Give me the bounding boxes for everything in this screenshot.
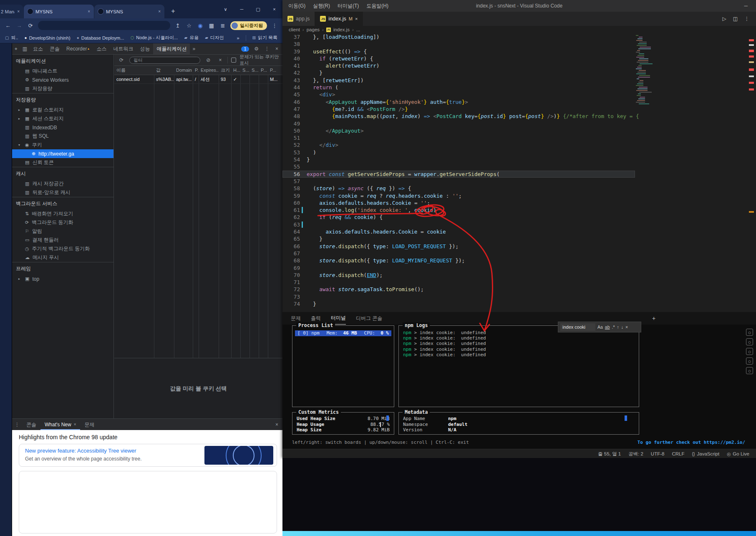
editor-tab[interactable]: JSindex.jsM× — [315, 12, 363, 26]
sidebar-item[interactable]: ▤신뢰 토큰 — [12, 158, 113, 167]
code-line[interactable]: 61 console.log('index cookie: ', cookie) — [282, 206, 635, 214]
column-header[interactable]: P... — [259, 66, 268, 75]
status-item[interactable]: 줄 55, 열 1 — [598, 451, 621, 457]
regex-icon[interactable]: .* — [612, 325, 615, 330]
code-line[interactable]: 47 {me?.id && <PostForm />} — [282, 106, 635, 113]
breadcrumb-item[interactable]: index.js — [333, 27, 350, 32]
terminal-instance-icon[interactable]: ○ — [746, 329, 753, 336]
close-icon[interactable]: × — [266, 0, 282, 18]
tab-close-icon[interactable]: × — [88, 9, 90, 14]
column-header[interactable]: 값 — [154, 66, 174, 75]
breadcrumb-item[interactable]: pages — [307, 27, 320, 32]
code-line[interactable]: 73 — [282, 293, 635, 300]
sidebar-list-icon[interactable]: ≣ — [219, 23, 227, 29]
sidebar-item[interactable]: ⊕http://tweeter.ga — [12, 149, 113, 158]
inspect-element-icon[interactable]: ⌖ — [12, 46, 20, 52]
devtools-tab-네트워크[interactable]: 네트워크 — [110, 43, 136, 54]
bookmark-item[interactable]: ●DevelopShin (shinh) — [25, 35, 71, 40]
breadcrumb-item[interactable]: ... — [356, 27, 360, 32]
breadcrumb-item[interactable]: client — [289, 27, 300, 32]
column-header[interactable]: P... — [193, 66, 199, 75]
match-case-icon[interactable]: Aa — [597, 325, 603, 330]
tab-close-icon[interactable]: × — [74, 419, 76, 430]
more-tabs-icon[interactable]: » — [190, 46, 198, 52]
code-line[interactable]: 62 if (req && cookie) { — [282, 214, 635, 221]
sidebar-item[interactable]: ▭결제 핸들러 — [12, 236, 113, 244]
whole-word-icon[interactable]: ab — [605, 325, 610, 330]
code-line[interactable]: 67 — [282, 250, 635, 257]
code-line[interactable]: 37 }, [loadPostLoading]) — [282, 33, 635, 40]
minimap[interactable] — [635, 35, 651, 135]
status-item[interactable]: UTF-8 — [651, 451, 665, 456]
sidebar-item[interactable]: ▥뒤로-앞으로 캐시 — [12, 188, 113, 197]
editor-tab[interactable]: JSapp.js — [282, 12, 315, 26]
bookmark-item[interactable]: ⬡Node.js - 시퀄라이... — [130, 35, 178, 41]
terminal-instance-icon[interactable]: ○ — [746, 338, 753, 345]
code-line[interactable]: 60 axios.defaults.headers.Cookie = ''; — [282, 199, 635, 206]
status-item[interactable]: CRLF — [672, 451, 684, 456]
code-line[interactable]: 46 <AppLayout appName={'shinHyeok'} auth… — [282, 98, 635, 106]
menu-item[interactable]: 터미널(T) — [334, 0, 363, 12]
drawer-kebab-icon[interactable]: ⋮ — [12, 422, 22, 428]
drawer-tab[interactable]: 문제 — [80, 419, 98, 430]
split-editor-icon[interactable]: ◫ — [733, 16, 738, 22]
next-match-icon[interactable]: ↓ — [621, 325, 623, 330]
share-icon[interactable]: ↥ — [174, 23, 181, 29]
delete-selected-icon[interactable]: × — [216, 57, 224, 63]
maximize-icon[interactable]: ▢ — [250, 0, 266, 18]
process-row[interactable]: [ 0] npm Mem: 46 MB CPU: 0 % — [295, 330, 391, 336]
code-line[interactable]: 66 store.dispatch({ type: LOAD_POST_REQU… — [282, 243, 635, 250]
code-line[interactable]: 54} — [282, 156, 635, 163]
menu-item[interactable]: 도움말(H) — [363, 0, 392, 12]
device-toolbar-icon[interactable]: ▥ — [20, 46, 30, 52]
minimize-icon[interactable]: ─ — [744, 3, 748, 9]
code-line[interactable]: 63 — [282, 221, 635, 228]
new-tab-icon[interactable]: + — [168, 6, 179, 17]
code-line[interactable]: 57 — [282, 178, 635, 185]
column-header[interactable]: S... — [249, 66, 259, 75]
profile-chip[interactable]: 일시중지됨 — [230, 21, 267, 30]
code-line[interactable]: 40 if (retweetErr) { — [282, 55, 635, 62]
sidebar-item[interactable]: ▥저장용량 — [12, 84, 113, 93]
issues-badge[interactable]: 1 — [241, 46, 249, 52]
issues-only-checkbox[interactable] — [231, 58, 236, 63]
devtools-tab-콘솔[interactable]: 콘솔 — [46, 43, 63, 54]
clear-all-cookies-icon[interactable]: ⊘ — [204, 57, 213, 63]
terminal-instance-icon[interactable]: ○ — [746, 367, 753, 374]
tab-close-icon[interactable]: × — [17, 9, 20, 14]
menu-item[interactable]: 실행(R) — [309, 0, 334, 12]
column-header[interactable]: P... — [268, 66, 282, 75]
column-header[interactable]: H... — [231, 66, 240, 75]
code-line[interactable]: 53 ) — [282, 149, 635, 156]
browser-tab[interactable]: 2 Mana× — [0, 5, 23, 18]
code-line[interactable]: 72 await store.sagaTask.toPromise(); — [282, 286, 635, 293]
devtools-tab-성능[interactable]: 성능 — [136, 43, 153, 54]
run-file-icon[interactable]: ▷ — [722, 16, 726, 22]
tab-close-icon[interactable]: × — [158, 9, 161, 14]
prev-match-icon[interactable]: ↑ — [617, 325, 619, 330]
terminal-instance-icon[interactable]: ○ — [746, 348, 753, 355]
code-line[interactable]: 50 </AppLayout> — [282, 127, 635, 134]
devtools-tab-요소[interactable]: 요소 — [30, 43, 46, 54]
sidebar-item[interactable]: ⇅배경화면 가져오기 — [12, 209, 113, 218]
gear-icon[interactable]: ⚙ — [252, 46, 261, 52]
code-line[interactable]: 59 const cookie = req ? req.headers.cook… — [282, 192, 635, 199]
panel-tab-디버그 콘솔[interactable]: 디버그 콘솔 — [356, 312, 382, 325]
column-header[interactable]: 이름 — [114, 66, 154, 75]
terminal-instance-icon[interactable]: ○ — [746, 357, 753, 365]
code-line[interactable]: 68 store.dispatch({ type: LOAD_MYINFO_RE… — [282, 257, 635, 264]
bookmark-item[interactable]: ▰유용 — [184, 35, 199, 41]
bookmark-item[interactable]: ▢되.. — [5, 35, 18, 41]
browser-tab[interactable]: MYSNS× — [94, 5, 164, 18]
column-header[interactable]: Domain — [174, 66, 193, 75]
sidebar-item[interactable]: ☁메시지 푸시 — [12, 253, 113, 262]
code-line[interactable]: 65 } — [282, 235, 635, 242]
code-line[interactable]: 44 return ( — [282, 84, 635, 91]
bookmark-star-icon[interactable]: ☆ — [185, 23, 193, 29]
column-header[interactable]: Expires... — [199, 66, 219, 75]
find-input[interactable] — [560, 323, 595, 331]
sidebar-item[interactable]: ▥캐시 저장공간 — [12, 179, 113, 188]
bookmark-item[interactable]: ⊞읽기 목록 — [252, 35, 277, 41]
menu-item[interactable]: 이동(G) — [285, 0, 309, 12]
devtools-tab-Recorder[interactable]: Recorder▲ — [63, 43, 93, 54]
